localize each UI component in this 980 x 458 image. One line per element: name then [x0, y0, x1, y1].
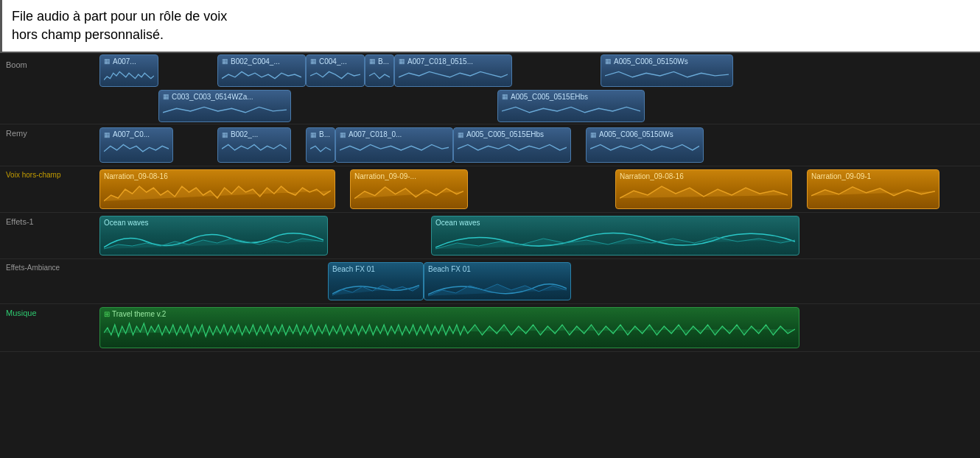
list-item[interactable]: ▦ A005_C006_05150Ws — [586, 127, 704, 163]
list-item[interactable]: ▦ A007_C018_0... — [335, 127, 453, 163]
timeline-area: Boom ▦ A007... ▦ B002_C004_... ▦ C004_..… — [0, 53, 980, 452]
list-item[interactable]: ▦ A005_C006_05150Ws — [601, 54, 733, 87]
annotation-box: File audio à part pour un rôle de voix h… — [0, 0, 980, 53]
list-item[interactable]: Narration_09-08-16 — [615, 169, 792, 209]
boom-track: Boom ▦ A007... ▦ B002_C004_... ▦ C004_..… — [0, 53, 980, 124]
boom-label: Boom — [6, 60, 27, 69]
list-item[interactable]: Ocean waves — [431, 216, 799, 256]
voix-label: Voix hors-champ — [6, 171, 60, 179]
musique-track: Musique ⊞ Travel theme v.2 — [0, 304, 980, 352]
remy-label: Remy — [6, 129, 27, 138]
list-item[interactable]: Beach FX 01 — [424, 262, 571, 300]
remy-clips: ▦ A007_C0... ▦ B002_... ▦ B... — [99, 124, 980, 166]
effets1-track: Effets-1 Ocean waves Ocean waves — [0, 213, 980, 259]
list-item[interactable]: Beach FX 01 — [328, 262, 424, 300]
effets-ambiance-clips: Beach FX 01 Beach FX 01 — [99, 259, 980, 303]
list-item[interactable]: ▦ B... — [365, 54, 394, 87]
annotation-line1: File audio à part pour un rôle de voix — [12, 7, 968, 26]
effets-ambiance-track: Effets-Ambiance Beach FX 01 Beach FX 01 — [0, 259, 980, 304]
effets1-label: Effets-1 — [6, 217, 34, 226]
list-item[interactable]: ▦ A005_C005_0515EHbs — [453, 127, 571, 163]
list-item[interactable]: ▦ B... — [306, 127, 335, 163]
effets-ambiance-label: Effets-Ambiance — [6, 264, 60, 272]
list-item[interactable]: ▦ B002_... — [217, 127, 291, 163]
list-item[interactable]: ▦ A007... — [99, 54, 158, 87]
boom-clips-row1: ▦ A007... ▦ B002_C004_... ▦ C004_... — [99, 53, 980, 88]
annotation-line2: hors champ personnalisé. — [12, 26, 968, 44]
boom-clips-row2: ▦ C003_C003_0514WZa... ▦ A005_C005_0515E… — [99, 88, 980, 124]
musique-clips: ⊞ Travel theme v.2 — [99, 304, 980, 351]
list-item[interactable]: Narration_09-09-1 — [807, 169, 939, 209]
list-item[interactable]: ▦ C004_... — [306, 54, 365, 87]
list-item[interactable]: ▦ B002_C004_... — [217, 54, 306, 87]
list-item[interactable]: ▦ A007_C018_0515... — [394, 54, 512, 87]
list-item[interactable]: Narration_09-08-16 — [99, 169, 335, 209]
voix-clips: Narration_09-08-16 Narration_09-09-... — [99, 166, 980, 212]
musique-label: Musique — [6, 309, 37, 317]
remy-track: Remy ▦ A007_C0... ▦ B002_... ▦ B... — [0, 124, 980, 166]
list-item[interactable]: ▦ A007_C0... — [99, 127, 173, 163]
list-item[interactable]: ▦ A005_C005_0515EHbs — [497, 90, 645, 122]
voix-track: Voix hors-champ Narration_09-08-16 Narra… — [0, 166, 980, 213]
effets1-clips: Ocean waves Ocean waves — [99, 213, 980, 258]
list-item[interactable]: Ocean waves — [99, 216, 328, 256]
list-item[interactable]: ▦ C003_C003_0514WZa... — [158, 90, 291, 122]
list-item[interactable]: ⊞ Travel theme v.2 — [99, 307, 799, 348]
list-item[interactable]: Narration_09-09-... — [350, 169, 468, 209]
